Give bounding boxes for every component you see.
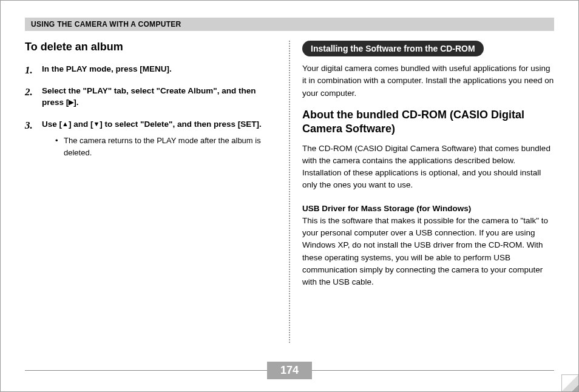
usb-driver-title: USB Driver for Mass Storage (for Windows… bbox=[302, 203, 554, 215]
steps-list: In the PLAY mode, press [MENU]. Select t… bbox=[25, 63, 277, 158]
up-arrow-icon: ▲ bbox=[62, 120, 69, 129]
down-arrow-icon: ▼ bbox=[93, 120, 100, 129]
step-3-post: ] to select "Delete", and then press [SE… bbox=[100, 120, 261, 129]
left-column: To delete an album In the PLAY mode, pre… bbox=[25, 41, 289, 344]
left-heading: To delete an album bbox=[25, 41, 277, 53]
two-column-layout: To delete an album In the PLAY mode, pre… bbox=[25, 41, 554, 344]
cdrom-paragraph: The CD-ROM (CASIO Digital Camera Softwar… bbox=[302, 143, 554, 192]
intro-paragraph: Your digital camera comes bundled with u… bbox=[302, 63, 554, 100]
manual-page: USING THE CAMERA WITH A COMPUTER To dele… bbox=[0, 0, 579, 392]
step-3-mid: ] and [ bbox=[69, 120, 93, 129]
right-subheading: About the bundled CD-ROM (CASIO Digital … bbox=[302, 108, 554, 137]
step-2: Select the "PLAY" tab, select "Create Al… bbox=[25, 85, 277, 109]
footer-rule-left bbox=[25, 370, 267, 371]
step-3-note: The camera returns to the PLAY mode afte… bbox=[42, 135, 277, 158]
chapter-header: USING THE CAMERA WITH A COMPUTER bbox=[25, 18, 554, 31]
page-footer: 174 bbox=[1, 362, 578, 379]
usb-driver-body: This is the software that makes it possi… bbox=[302, 215, 554, 289]
step-3-sublist: The camera returns to the PLAY mode afte… bbox=[42, 135, 277, 158]
right-column: Installing the Software from the CD-ROM … bbox=[290, 41, 554, 344]
step-2-post: ]. bbox=[73, 98, 78, 107]
footer-rule-right bbox=[312, 370, 554, 371]
step-3-pre: Use [ bbox=[42, 120, 62, 129]
step-1: In the PLAY mode, press [MENU]. bbox=[25, 63, 277, 75]
page-number: 174 bbox=[267, 362, 312, 379]
step-3: Use [▲] and [▼] to select "Delete", and … bbox=[25, 118, 277, 159]
play-right-icon: ▶ bbox=[69, 98, 73, 107]
section-pill: Installing the Software from the CD-ROM bbox=[302, 41, 484, 56]
step-1-text: In the PLAY mode, press [MENU]. bbox=[42, 64, 172, 73]
page-curl-icon bbox=[561, 374, 578, 391]
